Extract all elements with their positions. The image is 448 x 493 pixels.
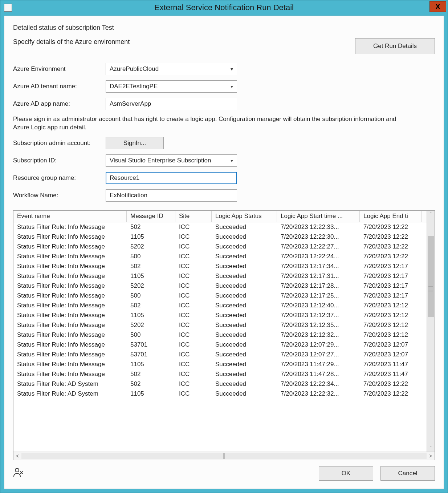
horizontal-scrollbar[interactable]: < > bbox=[13, 452, 435, 460]
cell: Succeeded bbox=[212, 263, 277, 270]
cell: 1105 bbox=[127, 361, 175, 368]
cell: 7/20/2023 12:07 bbox=[360, 351, 421, 358]
cell: Succeeded bbox=[212, 253, 277, 260]
col-logic-app-status[interactable]: Logic App Status bbox=[212, 211, 277, 222]
grid-body[interactable]: Status Filter Rule: Info Message502ICCSu… bbox=[13, 222, 427, 399]
page-heading: Detailed status of subscription Test bbox=[13, 24, 435, 32]
cell: 7/20/2023 12:22 bbox=[360, 390, 421, 397]
cell: Succeeded bbox=[212, 361, 277, 368]
chevron-down-icon: ▾ bbox=[231, 158, 233, 163]
window-title: External Service Notification Run Detail bbox=[0, 3, 448, 12]
table-row[interactable]: Status Filter Rule: AD System502ICCSucce… bbox=[13, 379, 427, 389]
cell: ICC bbox=[175, 243, 212, 250]
cell: 5202 bbox=[127, 282, 175, 290]
table-row[interactable]: Status Filter Rule: Info Message500ICCSu… bbox=[13, 330, 427, 340]
azure-env-combo[interactable]: AzurePublicCloud ▾ bbox=[106, 63, 237, 75]
col-event-name[interactable]: Event name bbox=[13, 211, 127, 222]
scroll-down-icon[interactable]: ˅ bbox=[427, 444, 435, 452]
cell: 7/20/2023 12:22 bbox=[360, 253, 421, 260]
scroll-up-icon[interactable]: ˄ bbox=[427, 211, 435, 218]
hscroll-thumb[interactable] bbox=[223, 453, 225, 459]
cell: Status Filter Rule: Info Message bbox=[13, 272, 127, 280]
table-row[interactable]: Status Filter Rule: AD System1105ICCSucc… bbox=[13, 389, 427, 399]
cell: Status Filter Rule: Info Message bbox=[13, 351, 127, 358]
cell: 7/20/2023 12:22 bbox=[360, 223, 421, 231]
cell: ICC bbox=[175, 341, 212, 348]
table-row[interactable]: Status Filter Rule: Info Message1105ICCS… bbox=[13, 311, 427, 320]
table-row[interactable]: Status Filter Rule: Info Message5202ICCS… bbox=[13, 242, 427, 252]
cell: 7/20/2023 12:22:34... bbox=[277, 380, 360, 388]
scroll-right-icon[interactable]: > bbox=[427, 453, 435, 459]
grid-header: Event name Message ID Site Logic App Sta… bbox=[13, 211, 427, 222]
table-row[interactable]: Status Filter Rule: Info Message1105ICCS… bbox=[13, 360, 427, 369]
cell: 500 bbox=[127, 253, 175, 260]
cell: ICC bbox=[175, 371, 212, 378]
col-site[interactable]: Site bbox=[175, 211, 212, 222]
col-logic-app-end[interactable]: Logic App End ti bbox=[360, 211, 421, 222]
table-row[interactable]: Status Filter Rule: Info Message502ICCSu… bbox=[13, 222, 427, 232]
res-group-field[interactable]: Resource1 bbox=[106, 172, 237, 184]
cell: 7/20/2023 12:07:29... bbox=[277, 341, 360, 348]
table-row[interactable]: Status Filter Rule: Info Message5202ICCS… bbox=[13, 320, 427, 330]
table-row[interactable]: Status Filter Rule: Info Message502ICCSu… bbox=[13, 301, 427, 311]
cell: Status Filter Rule: Info Message bbox=[13, 233, 127, 241]
table-row[interactable]: Status Filter Rule: Info Message502ICCSu… bbox=[13, 262, 427, 271]
col-message-id[interactable]: Message ID bbox=[127, 211, 175, 222]
table-row[interactable]: Status Filter Rule: Info Message500ICCSu… bbox=[13, 291, 427, 301]
cell: 502 bbox=[127, 380, 175, 388]
scroll-left-icon[interactable]: < bbox=[13, 453, 21, 459]
cell: Status Filter Rule: AD System bbox=[13, 380, 127, 388]
table-row[interactable]: Status Filter Rule: Info Message53701ICC… bbox=[13, 340, 427, 350]
sub-id-label: Subscription ID: bbox=[13, 157, 106, 164]
cell: 7/20/2023 12:07 bbox=[360, 341, 421, 348]
table-row[interactable]: Status Filter Rule: Info Message1105ICCS… bbox=[13, 271, 427, 281]
cell: 7/20/2023 12:17 bbox=[360, 272, 421, 280]
cell: 7/20/2023 12:17 bbox=[360, 292, 421, 299]
table-row[interactable]: Status Filter Rule: Info Message53701ICC… bbox=[13, 350, 427, 360]
footer: OK Cancel bbox=[13, 460, 435, 482]
ok-button[interactable]: OK bbox=[319, 466, 373, 481]
ad-tenant-combo[interactable]: DAE2ETestingPE ▾ bbox=[106, 80, 237, 93]
system-menu-icon[interactable] bbox=[4, 4, 12, 12]
cell: Succeeded bbox=[212, 272, 277, 280]
cell: Succeeded bbox=[212, 371, 277, 378]
cell: 502 bbox=[127, 263, 175, 270]
vertical-scrollbar[interactable]: ˄ ˅ bbox=[427, 211, 435, 452]
cancel-button[interactable]: Cancel bbox=[380, 466, 435, 481]
cell: 1105 bbox=[127, 272, 175, 280]
cell: 7/20/2023 12:17:31... bbox=[277, 272, 360, 280]
cell: ICC bbox=[175, 233, 212, 241]
signin-button[interactable]: SignIn... bbox=[106, 137, 164, 149]
ad-app-label: Azure AD app name: bbox=[13, 100, 106, 108]
cell: Succeeded bbox=[212, 380, 277, 388]
get-run-details-button[interactable]: Get Run Details bbox=[355, 38, 435, 54]
scroll-thumb[interactable] bbox=[428, 236, 434, 317]
cell: ICC bbox=[175, 302, 212, 309]
workflow-field[interactable]: ExNotification bbox=[106, 189, 237, 202]
cell: Status Filter Rule: Info Message bbox=[13, 253, 127, 260]
table-row[interactable]: Status Filter Rule: Info Message502ICCSu… bbox=[13, 369, 427, 379]
col-logic-app-start[interactable]: Logic App Start time ... bbox=[277, 211, 360, 222]
table-row[interactable]: Status Filter Rule: Info Message500ICCSu… bbox=[13, 252, 427, 262]
cell: 7/20/2023 12:17 bbox=[360, 282, 421, 290]
signin-label: SignIn... bbox=[123, 140, 146, 147]
hscroll-track[interactable] bbox=[21, 453, 427, 459]
person-icon bbox=[13, 469, 23, 480]
table-row[interactable]: Status Filter Rule: Info Message5202ICCS… bbox=[13, 281, 427, 291]
cell: Status Filter Rule: Info Message bbox=[13, 341, 127, 348]
cell: Succeeded bbox=[212, 302, 277, 309]
cell: Status Filter Rule: Info Message bbox=[13, 282, 127, 290]
ad-app-field[interactable]: AsmServerApp bbox=[106, 98, 237, 110]
ad-app-value: AsmServerApp bbox=[110, 100, 151, 108]
titlebar[interactable]: External Service Notification Run Detail… bbox=[0, 0, 448, 15]
cell: Succeeded bbox=[212, 351, 277, 358]
cell: Status Filter Rule: Info Message bbox=[13, 263, 127, 270]
cell: ICC bbox=[175, 361, 212, 368]
sub-id-combo[interactable]: Visual Studio Enterprise Subscription ▾ bbox=[106, 154, 237, 167]
close-button[interactable]: X bbox=[429, 1, 446, 12]
table-row[interactable]: Status Filter Rule: Info Message1105ICCS… bbox=[13, 232, 427, 242]
cell: 500 bbox=[127, 292, 175, 299]
cell: 7/20/2023 11:47 bbox=[360, 371, 421, 378]
cell: Status Filter Rule: Info Message bbox=[13, 243, 127, 250]
get-run-details-label: Get Run Details bbox=[373, 43, 417, 50]
